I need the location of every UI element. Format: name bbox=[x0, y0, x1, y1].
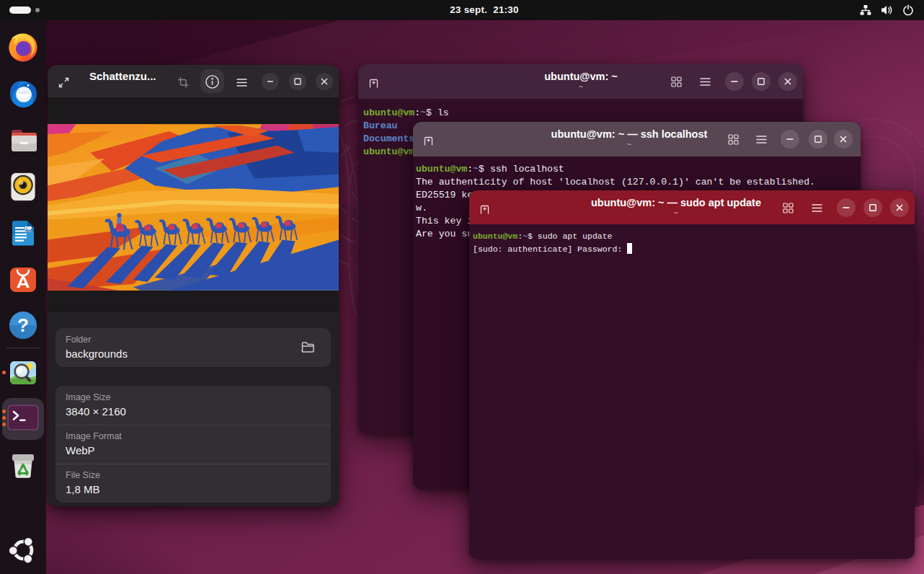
svg-text:?: ? bbox=[17, 314, 29, 336]
